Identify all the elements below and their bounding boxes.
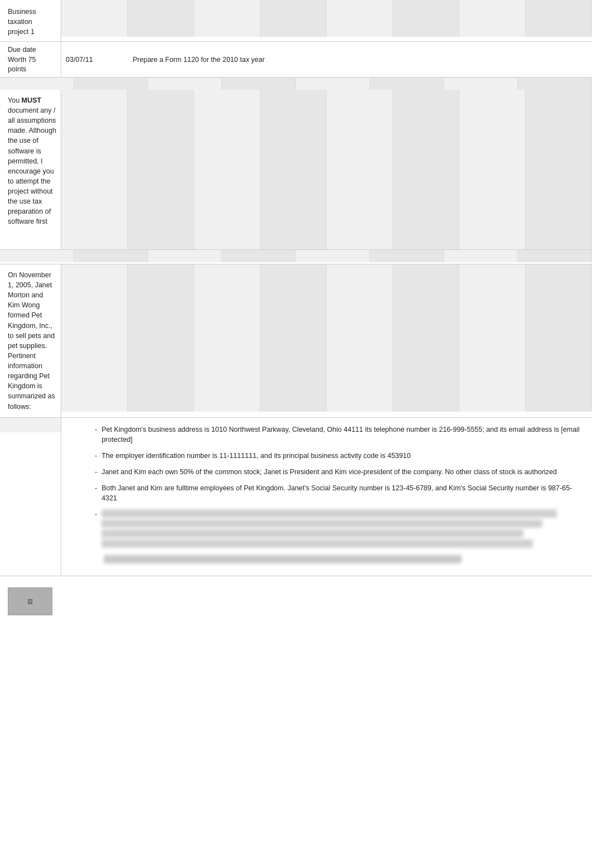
narr-stripe-4 xyxy=(61,301,592,314)
redacted-line-extra xyxy=(104,555,581,563)
instr-stripe-13 xyxy=(61,237,592,249)
narr-stripe-8 xyxy=(61,350,592,363)
instr-stripe-11 xyxy=(61,213,592,225)
page-wrapper: Business taxation project 1 Due date Wor… xyxy=(0,0,592,868)
instructions-section: You MUST document any / all assumptions … xyxy=(0,90,592,250)
instr-stripe-3 xyxy=(61,114,592,127)
title-line2: taxation xyxy=(8,17,56,27)
bullet-item-3: - Janet and Kim each own 50% of the comm… xyxy=(95,467,581,478)
instr-stripe-7 xyxy=(61,163,592,176)
instr-stripe-6 xyxy=(61,151,592,163)
gap-stripe-1 xyxy=(0,250,592,264)
bottom-thumbnail: 🖼 xyxy=(8,587,52,615)
bullet-dash-4: - xyxy=(95,483,97,494)
bullet-dash-5: - xyxy=(95,509,97,520)
instructions-you: You xyxy=(8,97,22,104)
bullet-dash-1: - xyxy=(95,425,97,435)
narr-stripe-2 xyxy=(61,277,592,289)
bl-s1 xyxy=(0,418,61,432)
bullet-text-1: Pet Kingdom's business address is 1010 N… xyxy=(101,425,581,446)
stripe-row-1 xyxy=(61,0,592,12)
instructions-text-area: You MUST document any / all assumptions … xyxy=(0,90,61,249)
narr-stripe-5 xyxy=(61,314,592,326)
due-date-content: 03/07/11 Prepare a Form 1120 for the 201… xyxy=(61,42,592,77)
stripe-after-due xyxy=(0,78,592,90)
instr-stripe-4 xyxy=(61,127,592,139)
bullet-item-4: - Both Janet and Kim are fulltime employ… xyxy=(95,483,581,504)
narrative-text: On November 1, 2005, Janet Morton and Ki… xyxy=(0,264,61,417)
instr-stripe-2 xyxy=(61,102,592,114)
narr-stripe-12 xyxy=(61,399,592,412)
bullet-text-5-redacted xyxy=(101,509,581,549)
bullet-dash-2: - xyxy=(95,451,97,461)
title-line3: project 1 xyxy=(8,27,56,37)
due-date-label-area: Due date Worth 75 points xyxy=(0,42,61,77)
instr-stripe-12 xyxy=(61,225,592,237)
bullet-text-4: Both Janet and Kim are fulltime employee… xyxy=(101,483,581,504)
worth-label: Worth 75 xyxy=(8,55,56,65)
instr-stripe-8 xyxy=(61,176,592,188)
redacted-extra-text xyxy=(104,555,581,563)
assignment-text: Prepare a Form 1120 for the 2010 tax yea… xyxy=(133,56,265,64)
due-date-row: Due date Worth 75 points 03/07/11 Prepar… xyxy=(0,42,592,78)
due-date-value: 03/07/11 xyxy=(66,56,110,64)
instr-stripe-10 xyxy=(61,200,592,213)
bullet-dash-3: - xyxy=(95,467,97,478)
instr-stripe-9 xyxy=(61,188,592,200)
narrative-stripes xyxy=(61,264,592,417)
bullet-item-1: - Pet Kingdom's business address is 1010… xyxy=(95,425,581,446)
bullet-section: - Pet Kingdom's business address is 1010… xyxy=(0,418,592,577)
instr-stripe-5 xyxy=(61,139,592,151)
bullet-text-2: The employer identification number is 11… xyxy=(101,451,411,461)
instructions-body: document any / all assumptions made. Alt… xyxy=(8,107,56,225)
narrative-section: On November 1, 2005, Janet Morton and Ki… xyxy=(0,264,592,418)
top-header: Business taxation project 1 xyxy=(0,0,592,42)
bullet-item-2: - The employer identification number is … xyxy=(95,451,581,461)
thumbnail-icon: 🖼 xyxy=(27,599,33,605)
bullet-list-area: - Pet Kingdom's business address is 1010… xyxy=(61,418,592,576)
bullet-left-stripe xyxy=(0,418,61,576)
narr-stripe-10 xyxy=(61,375,592,387)
header-stripe-area xyxy=(61,0,592,41)
stripe-row-3 xyxy=(61,25,592,37)
narr-stripe-1 xyxy=(61,264,592,277)
narr-stripe-6 xyxy=(61,326,592,338)
stripe-row-2 xyxy=(61,12,592,25)
narr-stripe-9 xyxy=(61,363,592,375)
narr-stripe-7 xyxy=(61,338,592,350)
instructions-stripes xyxy=(61,90,592,249)
instructions-must: MUST xyxy=(22,97,41,104)
title-line1: Business xyxy=(8,7,56,17)
bullet-text-3: Janet and Kim each own 50% of the common… xyxy=(101,467,557,478)
worth-line2: points xyxy=(8,65,56,75)
due-label: Due date xyxy=(8,45,56,55)
narr-stripe-11 xyxy=(61,387,592,399)
sidebar-title-area: Business taxation project 1 xyxy=(0,0,61,41)
bottom-area: 🖼 xyxy=(0,576,592,626)
narr-stripe-3 xyxy=(61,289,592,301)
instr-stripe-1 xyxy=(61,90,592,102)
bullet-item-5: - xyxy=(95,509,581,549)
